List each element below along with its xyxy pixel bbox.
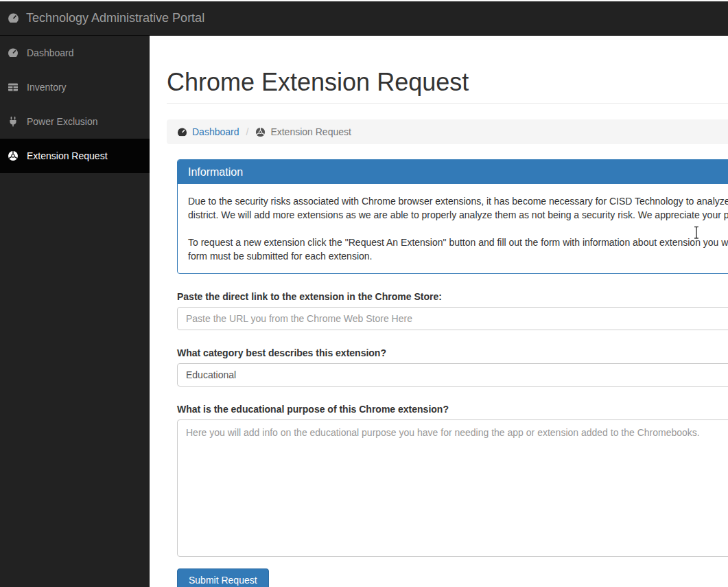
category-field-label: What category best describes this extens… bbox=[177, 346, 728, 360]
sidebar-item-label: Extension Request bbox=[27, 150, 108, 161]
information-panel-body: Due to the security risks associated wit… bbox=[178, 184, 728, 273]
category-selected-value: Educational bbox=[186, 368, 236, 382]
top-navbar: Technology Administrative Portal bbox=[0, 1, 728, 36]
table-icon bbox=[8, 82, 19, 93]
extension-url-input[interactable] bbox=[177, 307, 728, 330]
url-field-group: Paste the direct link to the extension i… bbox=[177, 290, 728, 330]
sidebar-item-label: Dashboard bbox=[27, 47, 74, 58]
purpose-field-group: What is the educational purpose of this … bbox=[177, 402, 728, 557]
category-select[interactable]: Educational bbox=[177, 363, 728, 387]
tachometer-icon bbox=[8, 47, 19, 58]
info-paragraph-2: To request a new extension click the "Re… bbox=[188, 235, 728, 263]
submit-request-button[interactable]: Submit Request bbox=[177, 568, 269, 587]
breadcrumb-dashboard-link[interactable]: Dashboard bbox=[192, 125, 239, 139]
sidebar-item-extension-request[interactable]: Extension Request bbox=[0, 139, 150, 173]
sidebar-item-power-exclusion[interactable]: Power Exclusion bbox=[0, 104, 150, 139]
tachometer-icon bbox=[8, 12, 19, 24]
main-content: Chrome Extension Request Dashboard / bbox=[150, 36, 728, 587]
information-panel-header: Information bbox=[178, 160, 728, 184]
category-field-group: What category best describes this extens… bbox=[177, 346, 728, 387]
breadcrumb: Dashboard / Extension bbox=[167, 119, 728, 144]
purpose-field-label: What is the educational purpose of this … bbox=[177, 402, 728, 416]
breadcrumb-dashboard[interactable]: Dashboard bbox=[177, 125, 239, 139]
plug-icon bbox=[8, 116, 19, 127]
sidebar-nav: Dashboard Inventory Power Exclusion bbox=[0, 36, 150, 587]
sidebar-item-inventory[interactable]: Inventory bbox=[0, 70, 150, 104]
sidebar-item-label: Inventory bbox=[27, 82, 67, 93]
breadcrumb-current-label: Extension Request bbox=[270, 125, 351, 139]
page-title: Chrome Extension Request bbox=[167, 36, 728, 104]
tachometer-icon bbox=[177, 127, 187, 137]
breadcrumb-separator: / bbox=[245, 125, 250, 139]
information-panel: Information Due to the security risks as… bbox=[177, 159, 728, 274]
educational-purpose-textarea[interactable] bbox=[177, 419, 728, 557]
url-field-label: Paste the direct link to the extension i… bbox=[177, 290, 728, 303]
info-paragraph-1: Due to the security risks associated wit… bbox=[188, 194, 728, 222]
brand: Technology Administrative Portal bbox=[0, 11, 204, 25]
sidebar-item-label: Power Exclusion bbox=[27, 116, 98, 127]
sidebar-item-dashboard[interactable]: Dashboard bbox=[0, 36, 150, 70]
chrome-icon bbox=[8, 150, 19, 161]
breadcrumb-current: Extension Request bbox=[255, 125, 351, 139]
brand-title: Technology Administrative Portal bbox=[26, 11, 204, 25]
chrome-icon bbox=[255, 127, 266, 137]
